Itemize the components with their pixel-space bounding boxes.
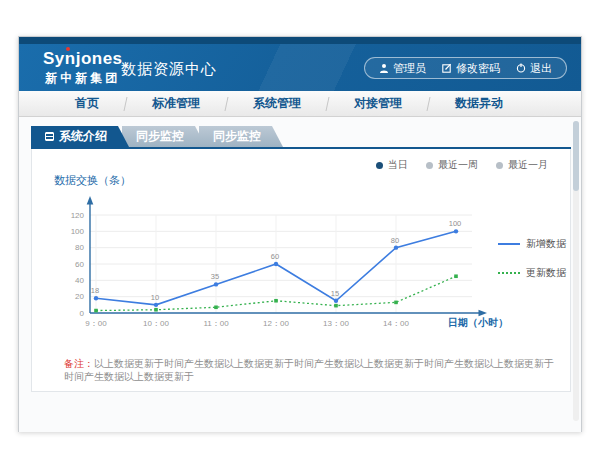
user-menu: 管理员 修改密码 退出 bbox=[364, 57, 567, 79]
line-chart: 0204060801001209：0010：0011：0012：0013：001… bbox=[54, 191, 498, 343]
svg-text:13：00: 13：00 bbox=[323, 319, 349, 328]
svg-text:18: 18 bbox=[91, 286, 99, 295]
filter-last-month[interactable]: 最近一月 bbox=[496, 158, 548, 172]
nav-item-home[interactable]: 首页 bbox=[49, 91, 125, 116]
svg-text:120: 120 bbox=[71, 211, 85, 220]
legend-item-updated-data[interactable]: 更新数据 bbox=[498, 266, 572, 280]
nav-item-standard-mgmt[interactable]: 标准管理 bbox=[126, 91, 226, 116]
footnote-label: 备注： bbox=[64, 358, 94, 369]
tab-bar: 系统介绍 同步监控 同步监控 bbox=[31, 126, 283, 147]
nav-item-system-mgmt[interactable]: 系统管理 bbox=[227, 91, 327, 116]
footnote-text: 以上数据更新于时间产生数据以上数据更新于时间产生数据以上数据更新于时间产生数据以… bbox=[64, 358, 554, 382]
nav-item-interface-mgmt[interactable]: 对接管理 bbox=[328, 91, 428, 116]
header-top-strip bbox=[19, 37, 581, 44]
content-area: 系统介绍 同步监控 同步监控 当日 最近一周 bbox=[19, 117, 581, 432]
svg-text:100: 100 bbox=[449, 219, 462, 228]
svg-text:9：00: 9：00 bbox=[85, 319, 107, 328]
footnote: 备注：以上数据更新于时间产生数据以上数据更新于时间产生数据以上数据更新于时间产生… bbox=[64, 357, 554, 383]
filter-last-week[interactable]: 最近一周 bbox=[426, 158, 478, 172]
user-icon bbox=[379, 63, 389, 73]
company-logo: Synjones 新中新集团 bbox=[43, 49, 123, 87]
svg-text:60: 60 bbox=[271, 252, 279, 261]
change-password-button[interactable]: 修改密码 bbox=[442, 61, 500, 76]
svg-text:15: 15 bbox=[331, 289, 339, 298]
logo-red-dot-icon bbox=[66, 47, 70, 51]
chart-panel: 当日 最近一周 最近一月 数据交换（条） 0204060801001209：00… bbox=[31, 149, 571, 392]
tab-sync-monitor-2[interactable]: 同步监控 bbox=[199, 126, 283, 147]
svg-text:12：00: 12：00 bbox=[263, 319, 289, 328]
power-icon bbox=[516, 63, 526, 73]
admin-user-button[interactable]: 管理员 bbox=[379, 61, 426, 76]
legend-item-new-data[interactable]: 新增数据 bbox=[498, 237, 572, 251]
chart-row: 0204060801001209：0010：0011：0012：0013：001… bbox=[54, 191, 572, 343]
page-title: 数据资源中心 bbox=[121, 60, 217, 79]
svg-text:80: 80 bbox=[75, 243, 84, 252]
svg-text:20: 20 bbox=[75, 292, 84, 301]
svg-text:0: 0 bbox=[80, 309, 85, 318]
tab-sync-monitor-1[interactable]: 同步监控 bbox=[122, 126, 206, 147]
filter-today[interactable]: 当日 bbox=[376, 158, 408, 172]
svg-text:80: 80 bbox=[391, 236, 399, 245]
chart-canvas: 0204060801001209：0010：0011：0012：0013：001… bbox=[54, 191, 498, 343]
svg-text:11：00: 11：00 bbox=[203, 319, 229, 328]
company-name: 新中新集团 bbox=[43, 70, 123, 87]
scrollbar[interactable] bbox=[573, 121, 579, 421]
app-header: Synjones 新中新集团 数据资源中心 管理员 修改密码 退出 bbox=[19, 44, 581, 91]
y-axis-title: 数据交换（条） bbox=[54, 173, 131, 188]
svg-text:10：00: 10：00 bbox=[143, 319, 169, 328]
svg-text:40: 40 bbox=[75, 276, 84, 285]
svg-text:60: 60 bbox=[75, 260, 84, 269]
radio-dot-icon bbox=[496, 162, 503, 169]
svg-text:10: 10 bbox=[151, 293, 159, 302]
logout-button[interactable]: 退出 bbox=[516, 61, 552, 76]
main-nav: 首页 标准管理 系统管理 对接管理 数据异动 bbox=[19, 91, 581, 117]
edit-icon bbox=[442, 63, 452, 73]
svg-text:14：00: 14：00 bbox=[383, 319, 409, 328]
document-icon bbox=[45, 132, 54, 141]
svg-text:100: 100 bbox=[71, 227, 85, 236]
dotted-line-icon bbox=[498, 272, 520, 274]
time-range-filters: 当日 最近一周 最近一月 bbox=[376, 158, 548, 172]
radio-dot-icon bbox=[426, 162, 433, 169]
nav-item-data-change[interactable]: 数据异动 bbox=[429, 91, 529, 116]
scrollbar-thumb[interactable] bbox=[573, 121, 579, 191]
svg-text:35: 35 bbox=[211, 272, 219, 281]
tab-system-intro[interactable]: 系统介绍 bbox=[31, 126, 129, 147]
brand-logo-text: Synjones bbox=[43, 49, 123, 69]
radio-dot-icon bbox=[376, 162, 383, 169]
solid-line-icon bbox=[498, 243, 520, 245]
x-axis-title: 日期（小时） bbox=[448, 316, 548, 330]
app-window: Synjones 新中新集团 数据资源中心 管理员 修改密码 退出 首页 标准管… bbox=[18, 36, 582, 432]
